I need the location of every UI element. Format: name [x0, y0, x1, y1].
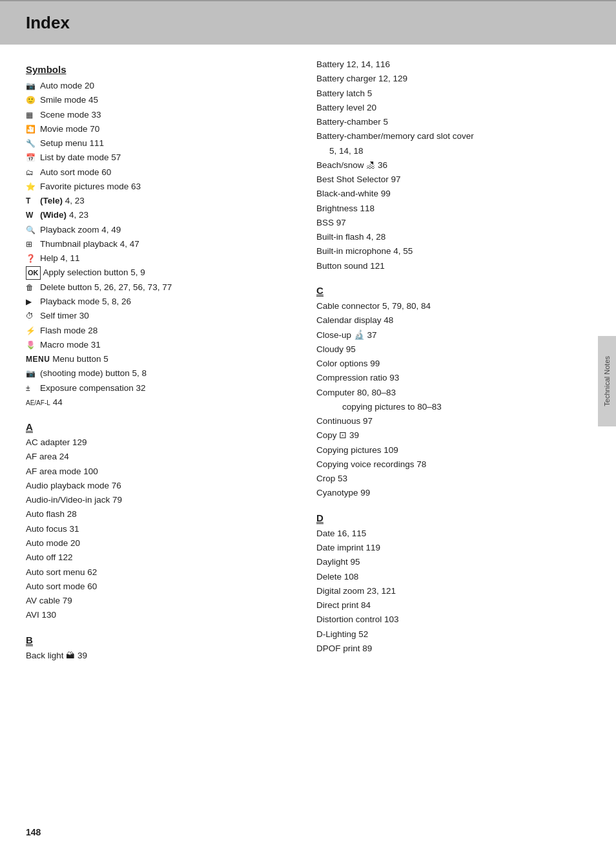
list-item: Auto sort menu 62: [26, 565, 297, 580]
a-heading: A: [26, 421, 33, 433]
list-item: 🎦 Movie mode 70: [26, 122, 297, 136]
camera-icon: 📷: [26, 80, 37, 93]
list-item: 📷 (shooting mode) button 5, 8: [26, 366, 297, 381]
list-item: Cable connector 5, 79, 80, 84: [316, 299, 590, 313]
b-heading: B: [26, 634, 33, 646]
scene-icon: ▦: [26, 109, 37, 122]
list-item: Auto sort mode 60: [26, 580, 297, 594]
list-item: Brightness 118: [316, 202, 590, 216]
list-item: ⭐ Favorite pictures mode 63: [26, 180, 297, 194]
delete-icon: 🗑: [26, 282, 37, 295]
b-section: B Back light 🏔 39: [26, 629, 297, 663]
list-item: BSS 97: [316, 216, 590, 230]
list-item: AF area mode 100: [26, 465, 297, 479]
list-item: 🌷 Macro mode 31: [26, 338, 297, 352]
symbols-heading: Symbols: [26, 64, 297, 75]
list-item: AC adapter 129: [26, 435, 297, 450]
list-item: ⏱ Self timer 30: [26, 309, 297, 323]
list-item: ± Exposure compensation 32: [26, 381, 297, 395]
list-item: AF area 24: [26, 450, 297, 464]
left-column: Symbols 📷 Auto mode 20 🙂 Smile mode 45 ▦…: [26, 58, 297, 663]
list-item: ⊞ Thumbnail playback 4, 47: [26, 237, 297, 251]
exposure-icon: ±: [26, 383, 37, 395]
list-item: Close-up 🔬 37: [316, 328, 590, 342]
list-item: Auto mode 20: [26, 536, 297, 550]
list-item: Audio playback mode 76: [26, 479, 297, 493]
ae-af-icon: AE/AF-L: [26, 398, 50, 409]
list-item: OK Apply selection button 5, 9: [26, 266, 297, 280]
list-item: D-Lighting 52: [316, 627, 590, 642]
list-item: Audio-in/Video-in jack 79: [26, 493, 297, 507]
list-item: Battery charger 12, 129: [316, 72, 590, 86]
list-item: 📅 List by date mode 57: [26, 151, 297, 165]
autosort-icon: 🗂: [26, 167, 37, 180]
list-item: Battery level 20: [316, 101, 590, 115]
list-item: Date imprint 119: [316, 541, 590, 555]
list-item: Beach/snow 🏖 36: [316, 158, 590, 173]
d-section: D Date 16, 115 Date imprint 119 Daylight…: [316, 507, 590, 656]
list-item: 🗂 Auto sort mode 60: [26, 165, 297, 180]
list-item: Black-and-white 99: [316, 187, 590, 201]
list-item: Crop 53: [316, 472, 590, 486]
flash-icon: ⚡: [26, 325, 37, 338]
list-item: W (Wide) 4, 23: [26, 208, 297, 222]
list-item: Computer 80, 80–83: [316, 386, 590, 400]
list-item: AE/AF-L 44: [26, 395, 297, 410]
favorite-icon: ⭐: [26, 181, 37, 194]
list-item: Battery-chamber/memory card slot cover: [316, 129, 590, 143]
a-section: A AC adapter 129 AF area 24 AF area mode…: [26, 416, 297, 622]
list-item: Cyanotype 99: [316, 486, 590, 500]
list-item: Auto flash 28: [26, 507, 297, 521]
list-item: Compression ratio 93: [316, 371, 590, 385]
list-item: 🔧 Setup menu 111: [26, 136, 297, 151]
list-item: 🔍 Playback zoom 4, 49: [26, 223, 297, 237]
wide-icon: W: [26, 209, 37, 222]
movie-icon: 🎦: [26, 123, 37, 136]
list-item: Calendar display 48: [316, 313, 590, 328]
list-item: Cloudy 95: [316, 342, 590, 357]
list-item: Digital zoom 23, 121: [316, 584, 590, 598]
list-item: Battery latch 5: [316, 87, 590, 101]
shooting-mode-icon: 📷: [26, 368, 37, 381]
list-item: Best Shot Selector 97: [316, 173, 590, 187]
technical-notes-tab: Technical Notes: [598, 336, 616, 426]
list-item: Back light 🏔 39: [26, 649, 297, 663]
list-item: Copy ⊡ 39: [316, 428, 590, 443]
page-header: Index: [0, 0, 616, 45]
list-item: Battery-chamber 5: [316, 115, 590, 129]
list-item: copying pictures to 80–83: [316, 400, 590, 414]
c-section: C Cable connector 5, 79, 80, 84 Calendar…: [316, 280, 590, 501]
self-timer-icon: ⏱: [26, 310, 37, 323]
list-item: Copying voice recordings 78: [316, 457, 590, 472]
list-item: Built-in flash 4, 28: [316, 230, 590, 244]
list-item: DPOF print 89: [316, 642, 590, 656]
list-item: Auto focus 31: [26, 522, 297, 536]
list-item: ❓ Help 4, 11: [26, 251, 297, 266]
list-item: T (Tele) 4, 23: [26, 194, 297, 208]
list-item: 📷 Auto mode 20: [26, 79, 297, 93]
list-item: Daylight 95: [316, 555, 590, 569]
ok-icon: OK: [26, 266, 41, 279]
list-item: ▦ Scene mode 33: [26, 108, 297, 122]
list-item: Date 16, 115: [316, 527, 590, 541]
list-item: Color options 99: [316, 357, 590, 371]
list-item: Distortion control 103: [316, 613, 590, 627]
list-item: 🙂 Smile mode 45: [26, 93, 297, 107]
list-date-icon: 📅: [26, 152, 37, 165]
list-item: Continuous 97: [316, 414, 590, 428]
list-item: ▶ Playback mode 5, 8, 26: [26, 295, 297, 309]
list-item: Built-in microphone 4, 55: [316, 244, 590, 258]
list-item: MENU Menu button 5: [26, 352, 297, 366]
list-item: 5, 14, 18: [316, 144, 590, 158]
playback-icon: ▶: [26, 296, 37, 309]
macro-icon: 🌷: [26, 339, 37, 352]
d-heading: D: [316, 512, 323, 524]
list-item: AV cable 79: [26, 594, 297, 608]
c-heading: C: [316, 285, 323, 297]
list-item: AVI 130: [26, 608, 297, 622]
list-item: Battery 12, 14, 116: [316, 58, 590, 72]
list-item: Direct print 84: [316, 598, 590, 613]
help-icon: ❓: [26, 253, 37, 266]
tele-icon: T: [26, 195, 37, 208]
list-item: Button sound 121: [316, 259, 590, 273]
